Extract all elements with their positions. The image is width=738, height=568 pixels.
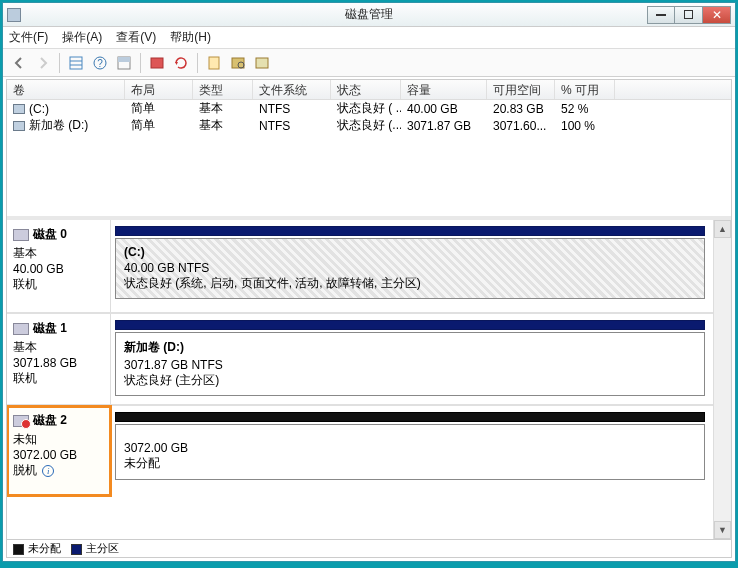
disk-info[interactable]: 磁盘 1基本3071.88 GB联机 (7, 314, 111, 404)
rescan-button[interactable] (171, 53, 191, 73)
menu-action[interactable]: 操作(A) (62, 29, 102, 46)
volume-icon (13, 104, 25, 114)
legend: 未分配 主分区 (7, 539, 731, 557)
properties-button[interactable] (204, 53, 224, 73)
maximize-button[interactable] (675, 6, 703, 24)
partition-box[interactable]: (C:)40.00 GB NTFS状态良好 (系统, 启动, 页面文件, 活动,… (115, 238, 705, 299)
partition-header-bar (115, 226, 705, 236)
disk-type: 基本 (13, 245, 104, 262)
info-icon[interactable]: i (42, 465, 54, 477)
scroll-down-button[interactable]: ▼ (714, 521, 731, 539)
action-button[interactable] (228, 53, 248, 73)
col-free[interactable]: 可用空间 (487, 80, 555, 99)
partition-header-bar (115, 320, 705, 330)
disk-info[interactable]: 磁盘 0基本40.00 GB联机 (7, 220, 111, 312)
disk-partitions: 新加卷 (D:)3071.87 GB NTFS状态良好 (主分区) (111, 314, 713, 404)
partition-status: 状态良好 (系统, 启动, 页面文件, 活动, 故障转储, 主分区) (124, 275, 696, 292)
svg-marker-8 (175, 62, 178, 65)
app-icon (7, 8, 21, 22)
volume-icon (13, 121, 25, 131)
svg-rect-7 (151, 58, 163, 68)
svg-rect-6 (118, 57, 130, 62)
svg-text:?: ? (97, 58, 103, 69)
vertical-scrollbar[interactable]: ▲ ▼ (713, 220, 731, 539)
col-layout[interactable]: 布局 (125, 80, 193, 99)
disk-type: 未知 (13, 431, 104, 448)
disk-row[interactable]: 磁盘 0基本40.00 GB联机 (C:)40.00 GB NTFS状态良好 (… (7, 220, 713, 312)
disk-graphical-view: 磁盘 0基本40.00 GB联机 (C:)40.00 GB NTFS状态良好 (… (7, 220, 731, 539)
col-type[interactable]: 类型 (193, 80, 253, 99)
col-percent[interactable]: % 可用 (555, 80, 615, 99)
toolbar: ? (3, 49, 735, 77)
partition-box[interactable]: 新加卷 (D:)3071.87 GB NTFS状态良好 (主分区) (115, 332, 705, 396)
partition-size: 40.00 GB NTFS (124, 261, 696, 275)
disk-icon (13, 323, 29, 335)
help-button[interactable]: ? (90, 53, 110, 73)
disk-state: 联机 (13, 276, 104, 293)
nav-back-button[interactable] (9, 53, 29, 73)
legend-primary: 主分区 (71, 541, 119, 556)
disk-state: 脱机 i (13, 462, 104, 479)
partition-size: 3071.87 GB NTFS (124, 358, 696, 372)
partition-status: 未分配 (124, 455, 696, 472)
disk-size: 3072.00 GB (13, 448, 104, 462)
minimize-button[interactable] (647, 6, 675, 24)
window-title: 磁盘管理 (345, 6, 393, 23)
disk-size: 3071.88 GB (13, 356, 104, 370)
view-details-button[interactable] (66, 53, 86, 73)
menu-help[interactable]: 帮助(H) (170, 29, 211, 46)
partition-title: (C:) (124, 245, 696, 259)
svg-rect-0 (70, 57, 82, 69)
col-status[interactable]: 状态 (331, 80, 401, 99)
settings-button[interactable] (252, 53, 272, 73)
volume-row[interactable]: (C:)简单基本NTFS状态良好 ( ...40.00 GB20.83 GB52… (7, 100, 731, 117)
disk-size: 40.00 GB (13, 262, 104, 276)
refresh-button[interactable] (147, 53, 167, 73)
disk-partitions: 3072.00 GB未分配 (111, 406, 713, 496)
menu-file[interactable]: 文件(F) (9, 29, 48, 46)
partition-header-bar (115, 412, 705, 422)
partition-status: 状态良好 (主分区) (124, 372, 696, 389)
volume-list[interactable]: 卷 布局 类型 文件系统 状态 容量 可用空间 % 可用 (C:)简单基本NTF… (7, 80, 731, 220)
legend-unallocated: 未分配 (13, 541, 61, 556)
disk-icon (13, 229, 29, 241)
volume-row[interactable]: 新加卷 (D:)简单基本NTFS状态良好 (...3071.87 GB3071.… (7, 117, 731, 134)
content-area: 卷 布局 类型 文件系统 状态 容量 可用空间 % 可用 (C:)简单基本NTF… (6, 79, 732, 558)
disk-row[interactable]: 磁盘 2未知3072.00 GB脱机 i3072.00 GB未分配 (7, 404, 713, 496)
disk-partitions: (C:)40.00 GB NTFS状态良好 (系统, 启动, 页面文件, 活动,… (111, 220, 713, 312)
partition-size: 3072.00 GB (124, 441, 696, 455)
close-button[interactable]: ✕ (703, 6, 731, 24)
nav-forward-button[interactable] (33, 53, 53, 73)
col-volume[interactable]: 卷 (7, 80, 125, 99)
disk-type: 基本 (13, 339, 104, 356)
partition-title: 新加卷 (D:) (124, 339, 696, 356)
disk-info[interactable]: 磁盘 2未知3072.00 GB脱机 i (7, 406, 111, 496)
disk-row[interactable]: 磁盘 1基本3071.88 GB联机 新加卷 (D:)3071.87 GB NT… (7, 312, 713, 404)
disk-management-window: 磁盘管理 ✕ 文件(F) 操作(A) 查看(V) 帮助(H) ? 卷 布局 (2, 2, 736, 562)
svg-rect-12 (256, 58, 268, 68)
disk-icon (13, 415, 29, 427)
col-capacity[interactable]: 容量 (401, 80, 487, 99)
disk-rows: 磁盘 0基本40.00 GB联机 (C:)40.00 GB NTFS状态良好 (… (7, 220, 713, 539)
window-buttons: ✕ (647, 6, 731, 24)
svg-rect-9 (209, 57, 219, 69)
menubar: 文件(F) 操作(A) 查看(V) 帮助(H) (3, 27, 735, 49)
scroll-up-button[interactable]: ▲ (714, 220, 731, 238)
titlebar[interactable]: 磁盘管理 ✕ (3, 3, 735, 27)
volume-list-header: 卷 布局 类型 文件系统 状态 容量 可用空间 % 可用 (7, 80, 731, 100)
disk-state: 联机 (13, 370, 104, 387)
scroll-track[interactable] (714, 238, 731, 521)
col-filesystem[interactable]: 文件系统 (253, 80, 331, 99)
menu-view[interactable]: 查看(V) (116, 29, 156, 46)
view-top-button[interactable] (114, 53, 134, 73)
partition-box[interactable]: 3072.00 GB未分配 (115, 424, 705, 480)
